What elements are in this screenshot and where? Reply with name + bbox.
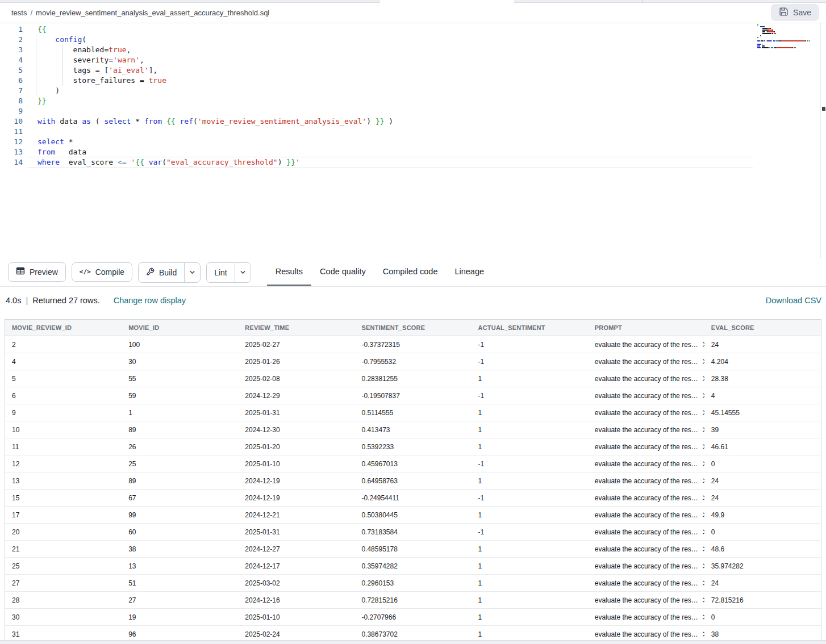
prompt-cell: evaluate the accuracy of the res… — [588, 455, 704, 472]
expand-prompt-icon[interactable] — [702, 358, 704, 366]
table-row: 6592024-12-29-0.19507837-1evaluate the a… — [5, 387, 821, 404]
cell: 1 — [472, 575, 588, 592]
download-csv-link[interactable]: Download CSV — [766, 296, 821, 305]
expand-prompt-icon[interactable] — [702, 580, 704, 588]
column-header: EVAL_SCORE — [704, 320, 821, 336]
cell: 1 — [472, 472, 588, 490]
expand-prompt-icon[interactable] — [702, 409, 704, 417]
breadcrumb-file: movie_review_sentiment_analysis_eval_ass… — [36, 9, 269, 17]
expand-prompt-icon[interactable] — [702, 444, 704, 451]
prompt-text: evaluate the accuracy of the res… — [595, 528, 698, 536]
code-line[interactable]: 8}} — [0, 96, 393, 106]
editor-scrollbar-thumb[interactable] — [822, 107, 825, 111]
cell: 31 — [5, 626, 122, 641]
expand-prompt-icon[interactable] — [702, 375, 704, 383]
build-split-button: Build — [138, 262, 201, 283]
column-header: MOVIE_REVIEW_ID — [5, 320, 122, 336]
expand-prompt-icon[interactable] — [702, 631, 704, 639]
expand-prompt-icon[interactable] — [702, 597, 704, 605]
table-row: 25132024-12-170.359742821evaluate the ac… — [5, 558, 821, 575]
code-line[interactable]: 2 config( — [0, 35, 393, 45]
cell: -0.7955532 — [354, 353, 471, 370]
code-line[interactable]: 1{{ — [0, 24, 393, 35]
tab-lineage[interactable]: Lineage — [446, 258, 493, 286]
code-line[interactable]: 10with data as ( select * from {{ ref('m… — [0, 116, 393, 127]
line-number: 1 — [0, 24, 23, 35]
tab-results[interactable]: Results — [267, 258, 311, 286]
horizontal-scrollbar[interactable] — [0, 640, 826, 644]
code-lines[interactable]: 1{{2 config(3 enabled=true,4 severity='w… — [0, 24, 393, 168]
breadcrumb-bar: tests/movie_review_sentiment_analysis_ev… — [0, 3, 826, 23]
table-row: 28272024-12-160.728152161evaluate the ac… — [5, 592, 821, 609]
query-status: 4.0s|Returned 27 rows. — [6, 296, 100, 305]
cell: 39 — [704, 421, 821, 438]
save-button[interactable]: Save — [771, 4, 819, 21]
build-dropdown-button[interactable] — [184, 263, 200, 282]
code-line[interactable]: 9 — [0, 106, 393, 116]
compile-button[interactable]: </> Compile — [72, 262, 132, 282]
cell: 1 — [472, 421, 588, 438]
table-row: 21002025-02-27-0.37372315-1evaluate the … — [5, 336, 821, 353]
cell: -0.37372315 — [354, 336, 471, 353]
cell: 27 — [5, 575, 122, 592]
cell: 0.45967013 — [354, 455, 471, 472]
tab-code-quality[interactable]: Code quality — [311, 258, 374, 286]
cell: 55 — [122, 370, 238, 387]
build-button[interactable]: Build — [139, 263, 184, 282]
cell: 0.50380445 — [354, 507, 471, 524]
code-line[interactable]: 5 tags = ['ai_eval'], — [0, 65, 393, 76]
cell: 51 — [122, 575, 238, 592]
code-line[interactable]: 4 severity='warn', — [0, 55, 393, 65]
table-row: 11262025-01-200.53922331evaluate the acc… — [5, 438, 821, 455]
cell: 1 — [122, 404, 238, 421]
expand-prompt-icon[interactable] — [702, 614, 704, 622]
sql-editor[interactable]: 1{{2 config(3 enabled=true,4 severity='w… — [0, 23, 826, 258]
expand-prompt-icon[interactable] — [702, 529, 704, 537]
code-text: with data as ( select * from {{ ref('mov… — [37, 116, 393, 127]
code-text: config( — [37, 35, 86, 45]
cell: 2025-01-10 — [238, 609, 354, 626]
preview-button[interactable]: Preview — [8, 262, 66, 282]
prompt-text: evaluate the accuracy of the res… — [595, 613, 698, 621]
prompt-cell: evaluate the accuracy of the res… — [588, 438, 704, 455]
minimap[interactable] — [757, 24, 821, 49]
cell: 2025-02-24 — [238, 626, 354, 641]
expand-prompt-icon[interactable] — [702, 341, 704, 349]
cell: 1 — [472, 558, 588, 575]
code-line[interactable]: 13from data — [0, 147, 393, 157]
expand-prompt-icon[interactable] — [702, 512, 704, 520]
code-line[interactable]: 3 enabled=true, — [0, 45, 393, 55]
cell: 2025-01-31 — [238, 404, 354, 421]
expand-prompt-icon[interactable] — [702, 546, 704, 554]
results-table: MOVIE_REVIEW_IDMOVIE_IDREVIEW_TIMESENTIM… — [5, 320, 821, 641]
code-line[interactable]: 7 ) — [0, 86, 393, 96]
cell: 30 — [5, 609, 122, 626]
prompt-cell: evaluate the accuracy of the res… — [588, 507, 704, 524]
action-buttons: Preview </> Compile Build — [8, 262, 251, 283]
cell: 9 — [5, 404, 122, 421]
cell: 48.6 — [704, 541, 821, 558]
cell: 19 — [122, 609, 238, 626]
code-line[interactable]: 14where eval_score <= '{{ var("eval_accu… — [0, 157, 393, 168]
column-header: SENTIMENT_SCORE — [354, 320, 471, 336]
code-line[interactable]: 12select * — [0, 137, 393, 147]
lint-button[interactable]: Lint — [207, 263, 235, 282]
expand-prompt-icon[interactable] — [702, 461, 704, 469]
code-line[interactable]: 11 — [0, 127, 393, 137]
prompt-cell: evaluate the accuracy of the res… — [588, 472, 704, 490]
cell: 2025-01-20 — [238, 438, 354, 455]
tab-compiled-code[interactable]: Compiled code — [374, 258, 447, 286]
lint-dropdown-button[interactable] — [235, 263, 251, 282]
line-number: 10 — [0, 116, 23, 127]
line-number: 5 — [0, 65, 23, 76]
expand-prompt-icon[interactable] — [702, 392, 704, 400]
change-row-display-link[interactable]: Change row display — [114, 296, 186, 305]
editor-scrollbar[interactable] — [820, 23, 826, 258]
expand-prompt-icon[interactable] — [702, 563, 704, 571]
expand-prompt-icon[interactable] — [702, 478, 704, 486]
expand-prompt-icon[interactable] — [702, 426, 704, 434]
expand-prompt-icon[interactable] — [702, 495, 704, 503]
code-line[interactable]: 6 store_failures = true — [0, 76, 393, 86]
cell: 2 — [5, 336, 122, 353]
cell: 30 — [122, 353, 238, 370]
